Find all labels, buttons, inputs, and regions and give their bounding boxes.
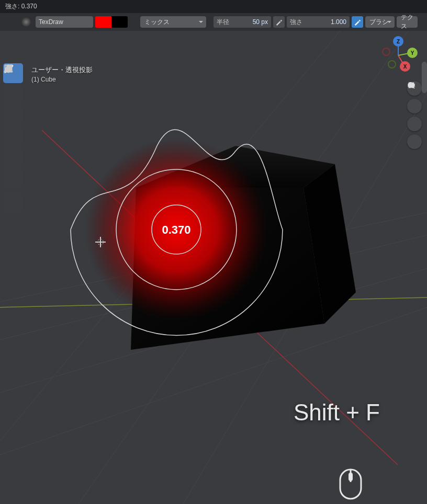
svg-point-20 xyxy=(383,48,390,55)
tool-annotate[interactable] xyxy=(3,193,23,213)
tool-sidebar xyxy=(3,63,24,213)
color-swatch[interactable] xyxy=(95,16,128,28)
svg-point-21 xyxy=(388,61,396,68)
strength-pressure-icon[interactable] xyxy=(352,16,363,28)
strength-value: 1.000 xyxy=(331,18,346,26)
svg-rect-28 xyxy=(412,83,414,85)
shortcut-overlay: Shift + F xyxy=(294,399,380,426)
status-strength-label: 強さ: 0.370 xyxy=(5,3,37,10)
primary-color-swatch[interactable] xyxy=(95,16,111,28)
brush-dropdown[interactable]: ブラシ xyxy=(365,16,395,28)
svg-rect-29 xyxy=(409,86,411,88)
blend-mode-label: ミックス xyxy=(144,18,170,27)
viewport-3d[interactable]: 0.370 ユーザー・透視投影 (1) Cube xyxy=(0,31,427,504)
tool-fill[interactable] xyxy=(3,147,23,167)
svg-rect-27 xyxy=(409,83,411,85)
brush-value-text: 0.370 xyxy=(162,223,190,236)
radius-label: 半径 xyxy=(217,18,229,27)
camera-icon[interactable] xyxy=(407,117,422,131)
radius-pressure-icon[interactable] xyxy=(273,16,285,28)
tool-clone[interactable] xyxy=(3,126,23,146)
tool-soften[interactable] xyxy=(3,84,23,104)
ortho-icon[interactable] xyxy=(407,134,422,149)
strength-label: 強さ xyxy=(290,18,302,27)
secondary-color-swatch[interactable] xyxy=(111,16,128,28)
viewport-canvas: 0.370 xyxy=(0,31,427,504)
svg-rect-30 xyxy=(412,86,414,88)
brush-preview-icon[interactable] xyxy=(21,17,31,27)
svg-rect-33 xyxy=(349,473,353,481)
texture-dropdown[interactable]: テクス xyxy=(397,16,418,28)
status-bar: 強さ: 0.370 xyxy=(0,0,427,13)
sidebar-scrollbar[interactable] xyxy=(422,62,427,93)
paint-toolbar: ミックス 半径 50 px 強さ 1.000 ブラシ テクス xyxy=(0,13,427,31)
brush-name-field[interactable] xyxy=(36,16,93,28)
viewport-header-info: ユーザー・透視投影 (1) Cube xyxy=(31,65,93,84)
strength-field[interactable]: 強さ 1.000 xyxy=(287,16,350,28)
radius-value: 50 px xyxy=(253,18,268,26)
tool-smear[interactable] xyxy=(3,105,23,125)
viewport-nav-buttons xyxy=(407,81,422,149)
gizmo-z[interactable]: Z xyxy=(393,36,403,47)
pan-icon[interactable] xyxy=(407,99,422,113)
gizmo-x[interactable]: X xyxy=(400,61,410,72)
projection-label: ユーザー・透視投影 xyxy=(31,66,93,74)
object-name-label: (1) Cube xyxy=(31,76,56,83)
radius-field[interactable]: 半径 50 px xyxy=(214,16,271,28)
brush-dropdown-label: ブラシ xyxy=(369,18,388,27)
gizmo-y[interactable]: Y xyxy=(407,48,418,58)
blend-mode-dropdown[interactable]: ミックス xyxy=(140,16,206,28)
texture-dropdown-label: テクス xyxy=(401,13,413,31)
navigation-gizmo[interactable]: Z Y X xyxy=(380,37,417,74)
tool-mask[interactable] xyxy=(3,168,23,188)
